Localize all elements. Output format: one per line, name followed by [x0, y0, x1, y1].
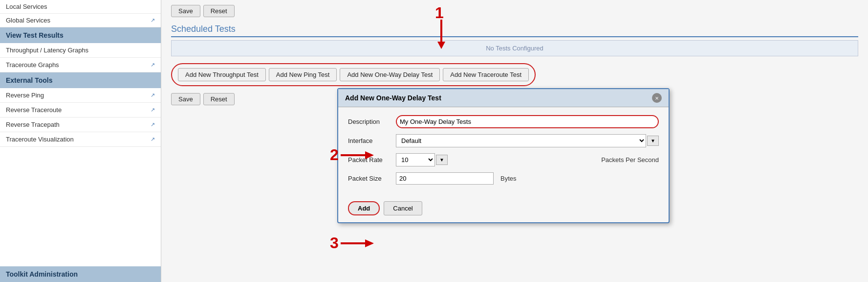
reset-button-top[interactable]: Reset: [203, 5, 235, 17]
packet-rate-select[interactable]: 10: [396, 153, 435, 166]
main-content: 1 Save Reset Scheduled Tests No Tests Co…: [161, 0, 868, 282]
external-link-icon: ↗: [151, 136, 155, 142]
sidebar-item-traceroute-graphs[interactable]: Traceroute Graphs ↗: [0, 58, 161, 72]
reset-button-bottom[interactable]: Reset: [203, 93, 235, 105]
modal-dialog: Add New One-Way Delay Test × Description…: [337, 88, 670, 223]
description-input[interactable]: [396, 115, 659, 128]
interface-select[interactable]: Default: [396, 134, 646, 147]
save-button-top[interactable]: Save: [171, 5, 200, 17]
add-throughput-button[interactable]: Add New Throughput Test: [178, 68, 266, 81]
sidebar-item-local-services[interactable]: Local Services: [0, 0, 161, 14]
toolbar-top: Save Reset: [171, 5, 858, 17]
add-buttons-row: Add New Throughput Test Add New Ping Tes…: [171, 63, 536, 86]
sidebar-item-throughput-latency[interactable]: Throughput / Latency Graphs: [0, 43, 161, 58]
external-link-icon: ↗: [151, 92, 155, 98]
sidebar-item-reverse-ping[interactable]: Reverse Ping ↗: [0, 88, 161, 103]
add-traceroute-button[interactable]: Add New Traceroute Test: [443, 68, 529, 81]
packet-rate-row: Packet Rate 10 ▼ Packets Per Second: [348, 153, 659, 166]
sidebar-header-external-tools: External Tools: [0, 72, 161, 88]
cancel-button[interactable]: Cancel: [384, 201, 422, 215]
description-row: Description: [348, 115, 659, 128]
scheduled-tests-title: Scheduled Tests: [171, 24, 858, 37]
modal-title: Add New One-Way Delay Test: [345, 94, 441, 102]
sidebar-item-reverse-tracepath[interactable]: Reverse Tracepath ↗: [0, 118, 161, 132]
add-submit-button[interactable]: Add: [348, 201, 380, 215]
add-ping-button[interactable]: Add New Ping Test: [269, 68, 337, 81]
svg-marker-5: [365, 239, 374, 247]
interface-row: Interface Default ▼: [348, 134, 659, 147]
interface-select-wrapper: Default ▼: [396, 134, 659, 147]
sidebar-header-view-test-results: View Test Results: [0, 27, 161, 43]
save-button-bottom[interactable]: Save: [171, 93, 200, 105]
external-link-icon: ↗: [151, 107, 155, 113]
interface-dropdown-arrow[interactable]: ▼: [647, 136, 659, 146]
sidebar-item-reverse-traceroute[interactable]: Reverse Traceroute ↗: [0, 103, 161, 118]
external-link-icon: ↗: [151, 62, 155, 68]
annotation-arrow-3: [341, 237, 375, 249]
packet-rate-suffix: Packets Per Second: [601, 156, 659, 164]
modal-body: Description Interface Default ▼ Packet R…: [338, 107, 669, 198]
packet-rate-dropdown-arrow[interactable]: ▼: [436, 155, 448, 165]
sidebar-item-traceroute-vis[interactable]: Traceroute Visualization ↗: [0, 132, 161, 147]
packet-rate-label: Packet Rate: [348, 156, 392, 164]
modal-footer: Add Cancel: [338, 198, 669, 222]
top-nav-section: Local Services Global Services ↗: [0, 0, 161, 27]
packet-size-row: Packet Size Bytes: [348, 172, 659, 185]
no-tests-label: No Tests Configured: [171, 40, 858, 56]
external-link-icon: ↗: [151, 121, 155, 128]
sidebar: Local Services Global Services ↗ View Te…: [0, 0, 161, 282]
packet-size-label: Packet Size: [348, 175, 392, 182]
sidebar-item-global-services[interactable]: Global Services ↗: [0, 14, 161, 27]
packet-rate-select-wrapper: 10 ▼: [396, 153, 594, 166]
packet-size-suffix: Bytes: [500, 175, 517, 182]
interface-label: Interface: [348, 137, 392, 144]
external-link-icon: ↗: [151, 17, 155, 24]
modal-header: Add New One-Way Delay Test ×: [338, 89, 669, 107]
packet-size-input[interactable]: [396, 172, 494, 185]
description-label: Description: [348, 118, 392, 125]
add-one-way-button[interactable]: Add New One-Way Delay Test: [340, 68, 440, 81]
sidebar-header-toolkit-admin: Toolkit Administration: [0, 266, 161, 282]
annotation-3: 3: [330, 234, 339, 252]
modal-close-button[interactable]: ×: [652, 93, 662, 103]
